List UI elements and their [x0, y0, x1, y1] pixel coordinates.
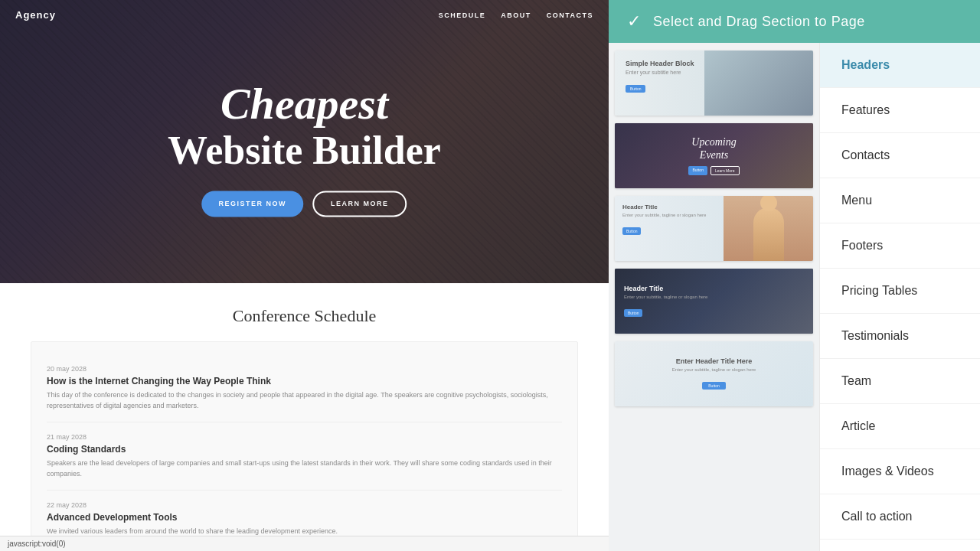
- thumb1-btn: Button: [626, 85, 645, 93]
- thumb-img-5: Enter Header Title Here Enter your subti…: [615, 341, 813, 406]
- thumb5-btn: Button: [702, 382, 725, 390]
- nav-item-features[interactable]: Features: [820, 88, 980, 133]
- hero-title-normal: Website Builder: [31, 129, 579, 172]
- thumb5-sub: Enter your subtitle, tagline or slogan h…: [672, 367, 756, 372]
- nav-item-footers[interactable]: Footers: [820, 223, 980, 269]
- nav-contacts[interactable]: CONTACTS: [547, 11, 593, 19]
- panel-header: ✓ Select and Drag Section to Page: [609, 0, 980, 43]
- section-panel: ✓ Select and Drag Section to Page Simple…: [609, 0, 980, 551]
- nav-item-headers[interactable]: Headers: [820, 43, 980, 88]
- thumb1-content: Simple Header Block Enter your subtitle …: [615, 51, 813, 116]
- thumb3-sub: Enter your subtitle, tagline or slogan h…: [622, 213, 736, 217]
- nav-item-team[interactable]: Team: [820, 359, 980, 404]
- hero-navigation: Agency SCHEDULE ABOUT CONTACTS: [0, 0, 609, 30]
- thumb3-person: [724, 196, 813, 261]
- conference-title: Conference Schedule: [15, 306, 593, 326]
- thumbnail-4[interactable]: Header Title Enter your subtitle, taglin…: [615, 269, 813, 334]
- thumb4-sub: Enter your subtitle, tagline or slogan h…: [624, 295, 707, 299]
- thumb5-title: Enter Header Title Here: [672, 357, 756, 365]
- nav-item-images-videos[interactable]: Images & Videos: [820, 449, 980, 494]
- nav-links: SCHEDULE ABOUT CONTACTS: [439, 11, 593, 19]
- thumb4-title: Header Title: [624, 285, 707, 292]
- thumb3-title: Header Title: [622, 204, 736, 210]
- check-icon: ✓: [627, 11, 641, 31]
- thumb4-btn: Button: [624, 309, 642, 317]
- learn-more-button[interactable]: LEARN MORE: [312, 191, 407, 217]
- thumbnail-2[interactable]: Upcoming Events Button Learn More: [615, 123, 813, 188]
- url-text: javascript:void(0): [8, 540, 66, 548]
- register-button[interactable]: REGISTER NOW: [201, 191, 303, 217]
- conference-section: Conference Schedule 20 may 2028 How is t…: [0, 283, 609, 551]
- thumb4-content: Header Title Enter your subtitle, taglin…: [615, 277, 717, 325]
- thumb-img-2: Upcoming Events Button Learn More: [615, 123, 813, 188]
- hero-content: Cheapest Website Builder REGISTER NOW LE…: [31, 80, 579, 217]
- event-item-2: 21 may 2028 Coding Standards Speakers ar…: [47, 422, 562, 491]
- sections-nav: Headers Features Contacts Menu Footers P…: [819, 43, 980, 551]
- thumbnail-3[interactable]: Header Title Enter your subtitle, taglin…: [615, 196, 813, 261]
- thumb2-btns: Button Learn More: [688, 166, 739, 175]
- panel-header-title: Select and Drag Section to Page: [653, 14, 865, 30]
- panel-content: Simple Header Block Enter your subtitle …: [609, 43, 980, 551]
- nav-item-call-to-action[interactable]: Call to action: [820, 494, 980, 540]
- event-date-3: 22 may 2028: [47, 501, 562, 509]
- thumb1-image: [704, 51, 813, 116]
- event-desc-2: Speakers are the lead developers of larg…: [47, 458, 562, 479]
- nav-item-contacts[interactable]: Contacts: [820, 133, 980, 178]
- event-date-1: 20 may 2028: [47, 365, 562, 373]
- preview-area: Agency SCHEDULE ABOUT CONTACTS Cheapest …: [0, 0, 609, 551]
- thumb-img-1: Simple Header Block Enter your subtitle …: [615, 51, 813, 116]
- nav-item-pricing-tables[interactable]: Pricing Tables: [820, 269, 980, 314]
- event-desc-1: This day of the conference is dedicated …: [47, 390, 562, 411]
- thumb2-text: Upcoming Events Button Learn More: [688, 136, 739, 176]
- event-title-1: How is the Internet Changing the Way Peo…: [47, 376, 562, 386]
- nav-item-article[interactable]: Article: [820, 404, 980, 449]
- thumb-img-3: Header Title Enter your subtitle, taglin…: [615, 196, 813, 261]
- site-logo: Agency: [15, 9, 56, 21]
- event-item-1: 20 may 2028 How is the Internet Changing…: [47, 354, 562, 422]
- event-title-2: Coding Standards: [47, 444, 562, 455]
- event-date-2: 21 may 2028: [47, 433, 562, 441]
- thumbnail-1[interactable]: Simple Header Block Enter your subtitle …: [615, 51, 813, 116]
- thumb2-title: Upcoming Events: [688, 136, 739, 162]
- thumb2-btn1: Button: [688, 166, 707, 175]
- nav-about[interactable]: ABOUT: [501, 11, 531, 19]
- hero-title-italic: Cheapest: [31, 80, 579, 129]
- thumb5-content: Enter Header Title Here Enter your subti…: [665, 350, 763, 398]
- url-bar: javascript:void(0): [0, 536, 609, 551]
- event-title-3: Advanced Development Tools: [47, 512, 562, 523]
- thumb-img-4: Header Title Enter your subtitle, taglin…: [615, 269, 813, 334]
- nav-schedule[interactable]: SCHEDULE: [439, 11, 486, 19]
- conference-card: 20 may 2028 How is the Internet Changing…: [31, 341, 578, 551]
- hero-buttons: REGISTER NOW LEARN MORE: [31, 191, 579, 217]
- thumbnails-column[interactable]: Simple Header Block Enter your subtitle …: [609, 43, 819, 551]
- nav-item-menu[interactable]: Menu: [820, 178, 980, 223]
- thumb3-btn: Button: [622, 227, 641, 235]
- thumb2-btn2: Learn More: [710, 166, 740, 175]
- website-frame: Agency SCHEDULE ABOUT CONTACTS Cheapest …: [0, 0, 609, 551]
- hero-section: Agency SCHEDULE ABOUT CONTACTS Cheapest …: [0, 0, 609, 283]
- thumbnail-5[interactable]: Enter Header Title Here Enter your subti…: [615, 341, 813, 406]
- nav-item-testimonials[interactable]: Testimonials: [820, 314, 980, 359]
